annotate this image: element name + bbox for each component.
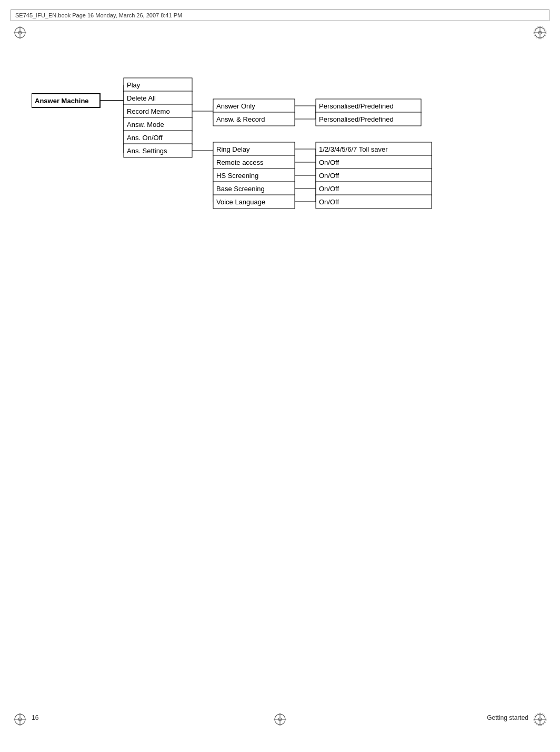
col2-remote-access: Remote access: [216, 159, 264, 166]
header-text: SE745_IFU_EN.book Page 16 Monday, March …: [15, 12, 182, 18]
col2-ring-delay: Ring Delay: [216, 145, 250, 153]
col2-answer-only: Answer Only: [216, 102, 255, 110]
root-label: Answer Machine: [35, 97, 89, 105]
footer-text: Getting started: [487, 714, 528, 721]
col1-answ-mode: Answ. Mode: [127, 121, 164, 128]
col3-base-val: On/Off: [319, 185, 339, 193]
col1-record-memo: Record Memo: [127, 107, 170, 115]
col3-personalised-1: Personalised/Predefined: [319, 102, 394, 110]
col3-ring-delay-val: 1/2/3/4/5/6/7 Toll saver: [319, 145, 388, 153]
col2-voice-language: Voice Language: [216, 198, 265, 206]
col3-personalised-2: Personalised/Predefined: [319, 115, 394, 123]
col2-hs-screening: HS Screening: [216, 172, 258, 180]
diagram-area: Answer Machine Play Delete All Record Me…: [32, 68, 505, 249]
col1-ans-settings: Ans. Settings: [127, 147, 167, 155]
corner-mark-bm: [273, 712, 287, 727]
col3-remote-val: On/Off: [319, 159, 339, 166]
col1-ans-onoff: Ans. On/Off: [127, 134, 163, 142]
header-bar: SE745_IFU_EN.book Page 16 Monday, March …: [11, 9, 549, 21]
col3-voice-val: On/Off: [319, 198, 339, 206]
corner-mark-tl: [13, 25, 27, 40]
diagram-svg: Answer Machine Play Delete All Record Me…: [32, 68, 505, 248]
corner-mark-bl: [13, 712, 27, 727]
corner-mark-tr: [533, 25, 547, 40]
corner-mark-br: [533, 712, 547, 727]
col1-delete-all: Delete All: [127, 94, 156, 102]
col2-answ-record: Answ. & Record: [216, 115, 265, 123]
col2-base-screening: Base Screening: [216, 185, 265, 193]
col3-hs-val: On/Off: [319, 172, 339, 180]
col1-play: Play: [127, 81, 141, 89]
page-number: 16: [32, 714, 38, 721]
